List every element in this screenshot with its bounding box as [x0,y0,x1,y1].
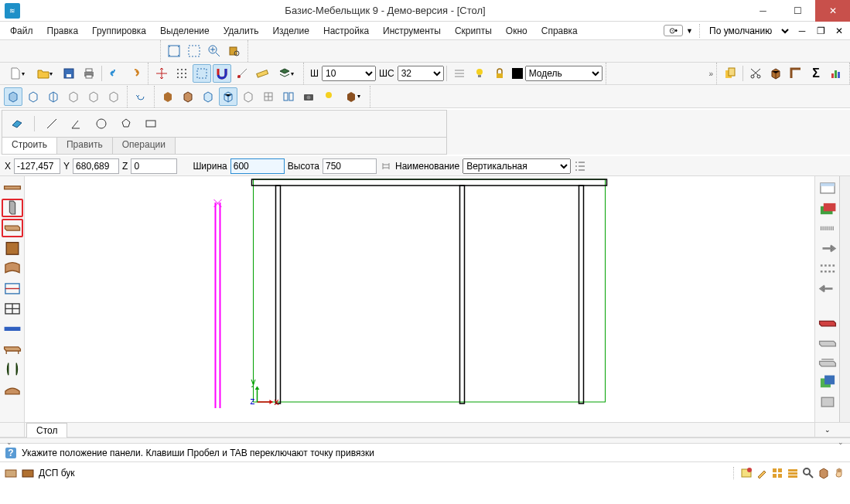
right-toolbar-toggle[interactable]: ⌄ [814,423,839,437]
doc-tab-active[interactable]: Стол [26,423,67,438]
menu-tools[interactable]: Инструменты [376,23,448,39]
panel-dims-icon[interactable] [2,279,23,298]
r-edge3-icon[interactable] [817,352,838,370]
panel-grid-icon[interactable] [2,299,23,318]
lock-icon[interactable] [490,64,509,83]
z-input[interactable] [131,158,177,174]
sb-view-icon[interactable] [740,467,753,479]
render-split-icon[interactable] [279,87,298,106]
panel-shelf-icon[interactable] [2,339,23,358]
render-shaded-icon[interactable] [179,87,197,106]
view-iso2-icon[interactable] [24,87,43,106]
mdi-minimize-button[interactable]: ─ [796,25,808,37]
menu-settings[interactable]: Настройка [316,23,376,39]
view-iso1-icon[interactable] [4,87,22,106]
redo-icon[interactable] [125,64,144,83]
x-input[interactable] [14,158,60,174]
open-file-icon[interactable]: ▾ [32,64,58,83]
corner-icon[interactable] [787,64,805,83]
r-hw-screw-icon[interactable] [817,239,838,257]
snap-magnet-icon[interactable] [213,64,231,83]
w-select[interactable]: 10 [322,66,376,81]
splitter[interactable]: ⌄⌄ [0,438,850,444]
key-icon[interactable]: ⊙• [664,25,684,36]
mdi-close-button[interactable]: ✕ [833,25,845,37]
r-edge2-icon[interactable] [817,332,838,350]
panel-horizontal-icon[interactable] [2,219,23,237]
panel-profile-icon[interactable] [2,380,23,398]
mdi-restore-button[interactable]: ❐ [814,25,827,37]
view-iso3-icon[interactable] [44,87,63,106]
dropdown-arrow-icon[interactable]: ▼ [686,27,693,35]
build-plane-icon[interactable] [8,114,26,133]
panel-door-icon[interactable] [2,359,23,378]
sb-grid1-icon[interactable] [771,467,783,479]
render-bulb-icon[interactable] [319,87,338,106]
build-angle-icon[interactable] [67,114,86,133]
zoom-window-icon[interactable] [185,42,203,60]
maximize-button[interactable]: ☐ [780,0,815,22]
render-material-icon[interactable]: ▾ [340,87,366,106]
tab-edit[interactable]: Править [57,138,113,154]
bulb-icon[interactable] [470,64,489,83]
overflow-icon[interactable]: » [708,70,713,78]
r-copy-green-icon[interactable] [817,372,838,390]
zoom-target-icon[interactable] [225,42,244,60]
material2-icon[interactable] [22,467,34,479]
menu-help[interactable]: Справка [534,23,585,39]
tab-build[interactable]: Строить [2,138,57,154]
menu-group[interactable]: Группировка [85,23,153,39]
render-camera-icon[interactable] [299,87,318,106]
panel-curved-icon[interactable] [2,259,23,278]
tab-ops[interactable]: Операции [113,138,176,154]
panel-flat-icon[interactable] [2,179,23,197]
list-props-icon[interactable] [574,160,586,172]
snap-diag-icon[interactable] [233,64,251,83]
build-rect-icon[interactable] [142,114,160,133]
sb-hand-icon[interactable] [833,467,845,479]
zoom-extents-icon[interactable] [165,42,183,60]
r-hw-pin-icon[interactable] [817,279,838,298]
scissors-icon[interactable] [746,64,765,83]
snap-box-icon[interactable] [193,64,211,83]
ws-select[interactable]: 32 [398,66,444,81]
edge-profile-icon[interactable] [450,64,469,83]
menu-scripts[interactable]: Скрипты [448,23,499,39]
minimize-button[interactable]: ─ [746,0,780,22]
view-iso5-icon[interactable] [84,87,103,106]
undo-icon[interactable] [105,64,124,83]
panel-width-icon[interactable] [2,319,23,338]
new-file-icon[interactable]: ▾ [4,64,30,83]
ruler-icon[interactable] [253,64,271,83]
sb-grid2-icon[interactable] [787,467,799,479]
name-select[interactable]: Вертикальная [463,158,571,174]
model-select[interactable]: Модель [525,66,603,81]
close-button[interactable]: ✕ [815,0,850,22]
menu-file[interactable]: Файл [3,23,40,39]
build-polygon-icon[interactable] [117,114,135,133]
render-solid-icon[interactable] [159,87,177,106]
menu-select[interactable]: Выделение [153,23,217,39]
width-input[interactable] [230,158,285,174]
layers-icon[interactable]: ▾ [273,64,299,83]
material1-icon[interactable] [5,467,17,479]
menu-product[interactable]: Изделие [265,23,316,39]
r-sheet-icon[interactable] [817,179,838,197]
save-icon[interactable] [60,64,78,83]
sb-box-icon[interactable] [818,467,830,479]
view-iso6-icon[interactable] [104,87,123,106]
chart-icon[interactable] [827,64,845,83]
panel-front-icon[interactable] [2,239,23,257]
r-layers-icon[interactable] [817,199,838,217]
color-swatch[interactable] [510,64,524,83]
box-3d-icon[interactable] [766,64,785,83]
link-dims-icon[interactable] [380,160,392,172]
r-hw-slot-icon[interactable] [817,219,838,237]
canvas-viewport[interactable]: x y z [25,176,814,422]
render-wire1-icon[interactable] [199,87,217,106]
menu-delete[interactable]: Удалить [217,23,266,39]
render-wire2-icon[interactable] [219,87,237,106]
view-iso4-icon[interactable] [64,87,83,106]
print-icon[interactable] [80,64,98,83]
snap-grid-icon[interactable] [172,64,191,83]
